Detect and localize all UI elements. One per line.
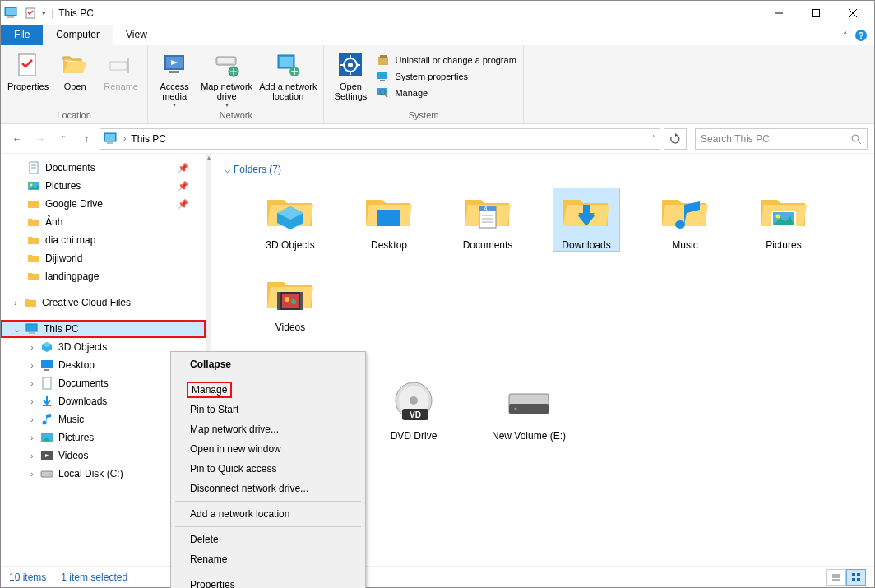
expand-icon[interactable]: › [11, 299, 21, 308]
folder-music[interactable]: Music [652, 188, 718, 251]
forward-button[interactable]: → [30, 129, 50, 149]
manage-button[interactable]: Manage [377, 86, 516, 100]
chevron-right-icon[interactable]: › [123, 134, 126, 143]
svg-rect-94 [852, 578, 855, 581]
ctx-manage[interactable]: Manage [187, 382, 232, 398]
properties-qat-icon[interactable] [24, 7, 37, 20]
videos-icon [40, 449, 53, 462]
ctx-pin-quick[interactable]: Pin to Quick access [174, 459, 363, 479]
ctx-disconnect[interactable]: Disconnect network drive... [174, 479, 363, 498]
folder-downloads[interactable]: Downloads [553, 188, 619, 251]
view-tab[interactable]: View [113, 25, 160, 45]
help-icon[interactable]: ? [854, 29, 868, 42]
svg-point-74 [285, 297, 289, 302]
expand-icon[interactable]: › [27, 433, 37, 442]
computer-tab[interactable]: Computer [43, 25, 113, 45]
expand-icon[interactable]: › [27, 397, 37, 406]
open-folder-icon [62, 52, 88, 78]
folder-documents[interactable]: ADocuments [455, 188, 521, 251]
open-settings-button[interactable]: Open Settings [331, 49, 370, 101]
ctx-add-location[interactable]: Add a network location [174, 504, 363, 524]
folder-pictures[interactable]: Pictures [751, 188, 817, 251]
system-properties-button[interactable]: System properties [377, 70, 516, 83]
expand-icon[interactable]: › [27, 343, 37, 352]
window-title: This PC [58, 7, 94, 19]
sidebar-item-creative-cloud[interactable]: ›Creative Cloud Files [1, 294, 206, 312]
add-network-location-button[interactable]: Add a network location [259, 49, 317, 101]
expand-icon[interactable]: › [27, 451, 37, 461]
svg-rect-35 [377, 72, 387, 79]
svg-rect-11 [110, 62, 127, 70]
svg-rect-17 [218, 58, 234, 63]
context-menu: Collapse Manage Pin to Start Map network… [170, 351, 366, 588]
rename-icon [108, 52, 134, 78]
sidebar-item-googledrive[interactable]: Google Drive📌 [1, 195, 206, 213]
document-icon [40, 377, 53, 390]
folder-3dobjects[interactable]: 3D Objects [257, 188, 323, 251]
pc-icon [104, 132, 118, 146]
sidebar-item-pictures[interactable]: Pictures📌 [1, 177, 206, 195]
uninstall-button[interactable]: Uninstall or change a program [377, 53, 516, 67]
chevron-down-icon: ⌵ [225, 164, 230, 175]
media-icon [161, 52, 188, 78]
svg-point-48 [30, 184, 33, 187]
address-bar[interactable]: › This PC ˅ [100, 128, 660, 150]
close-button[interactable] [834, 1, 871, 25]
pin-icon: 📌 [178, 199, 189, 210]
sidebar-item-diachimap[interactable]: dia chi map [1, 231, 206, 249]
status-bar: 10 items 1 item selected [1, 566, 874, 587]
maximize-button[interactable] [797, 1, 834, 25]
recent-dropdown[interactable]: ˅ [53, 129, 73, 149]
expand-icon[interactable]: › [27, 361, 37, 370]
ctx-delete[interactable]: Delete [174, 530, 363, 549]
qat-dropdown-icon[interactable]: ▾ [42, 9, 46, 17]
downloads-icon [40, 395, 53, 408]
folders-section-header[interactable]: ⌵Folders (7) [225, 159, 861, 180]
sidebar-item-landingpage[interactable]: landingpage [1, 267, 206, 285]
expand-icon[interactable]: › [27, 379, 37, 388]
svg-rect-36 [380, 80, 385, 81]
addressbar-dropdown-icon[interactable]: ˅ [652, 134, 656, 143]
icons-view-button[interactable] [846, 569, 866, 586]
sidebar-item-thispc[interactable]: ⌵This PC [1, 320, 206, 338]
expand-icon[interactable]: › [27, 470, 37, 479]
properties-button[interactable]: Properties [7, 49, 49, 91]
ctx-pin-start[interactable]: Pin to Start [174, 400, 363, 419]
dvd-icon: VD [387, 379, 440, 425]
drive-newvolume[interactable]: New Volume (E:) [488, 379, 570, 442]
svg-rect-50 [29, 332, 35, 334]
explorer-window: ▾ | This PC File Computer View ˄ ? Prope… [0, 0, 875, 588]
access-media-button[interactable]: Access media ▾ [155, 49, 194, 109]
ctx-map-drive[interactable]: Map network drive... [174, 419, 363, 439]
pictures-icon [757, 188, 810, 234]
back-button[interactable]: ← [7, 129, 27, 149]
open-button[interactable]: Open [55, 49, 95, 91]
minimize-button[interactable] [760, 1, 797, 25]
ribbon-collapse-icon[interactable]: ˄ [843, 30, 848, 41]
map-drive-button[interactable]: Map network drive ▾ [201, 49, 252, 109]
breadcrumb-thispc[interactable]: This PC [131, 133, 166, 145]
ctx-collapse[interactable]: Collapse [174, 354, 363, 374]
folder-icon [27, 197, 40, 211]
sidebar-item-dijiworld[interactable]: Dijiworld [1, 249, 206, 267]
refresh-button[interactable] [664, 128, 687, 150]
ctx-open-new[interactable]: Open in new window [174, 439, 363, 459]
file-tab[interactable]: File [1, 25, 43, 45]
sidebar-item-documents[interactable]: Documents📌 [1, 159, 206, 177]
expand-icon[interactable]: › [27, 415, 37, 424]
folder-desktop[interactable]: Desktop [356, 188, 422, 251]
up-button[interactable]: ↑ [76, 129, 96, 149]
ctx-properties[interactable]: Properties [174, 575, 363, 588]
sidebar-item-anh[interactable]: Ảnh [1, 213, 206, 231]
search-input[interactable]: Search This PC [695, 128, 868, 150]
ctx-rename[interactable]: Rename [174, 549, 363, 569]
collapse-icon[interactable]: ⌵ [12, 325, 22, 334]
svg-point-42 [852, 135, 859, 141]
manage-icon [377, 86, 390, 100]
folder-videos[interactable]: Videos [257, 271, 323, 333]
drive-dvd[interactable]: VDDVD Drive [373, 379, 455, 442]
svg-rect-92 [852, 573, 855, 576]
details-view-button[interactable] [826, 569, 846, 586]
status-selected: 1 item selected [61, 572, 127, 583]
svg-rect-49 [26, 324, 37, 331]
